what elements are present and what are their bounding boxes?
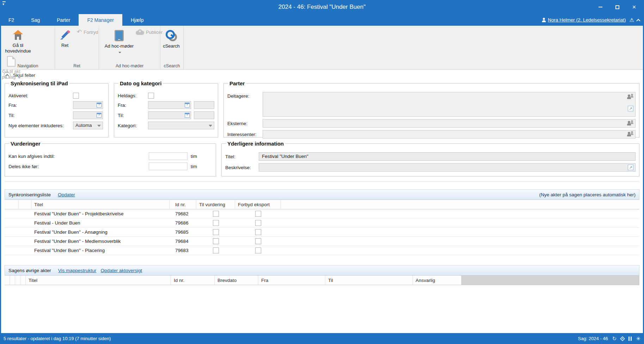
expand-icon[interactable]: ↗ (628, 165, 633, 170)
tag-icon[interactable] (620, 336, 625, 341)
table-row[interactable]: Festival "Under Buen" - Placering79683 (5, 246, 639, 255)
dato-fra-time-input[interactable] (194, 101, 214, 109)
publish-button: Publicér (136, 29, 162, 35)
kategori-select[interactable] (148, 122, 214, 129)
deles-ikke-foer-label: Deles ikke før: (8, 164, 149, 169)
row-idnr: 79682 (170, 209, 196, 218)
aktiveret-checkbox[interactable] (73, 93, 79, 99)
minimize-button[interactable] (593, 1, 607, 13)
column-header-idnr[interactable]: Id nr. (170, 200, 196, 209)
icon-column-header (5, 200, 19, 209)
titel-label: Titel: (225, 154, 259, 159)
calendar-icon[interactable]: 7 (97, 113, 102, 118)
other-acts-table-body (5, 285, 639, 331)
column-header-brevdato[interactable]: Brevdato (215, 276, 258, 285)
table-row[interactable]: Festival "Under Buen" - Ansøgning79685 (5, 228, 639, 237)
heldags-checkbox[interactable] (148, 93, 154, 99)
til-vurdering-checkbox[interactable] (213, 220, 219, 226)
column-header-idnr[interactable]: Id nr. (171, 276, 215, 285)
edit-button[interactable]: Ret (56, 28, 74, 48)
tab-f2-manager[interactable]: F2 Manager (79, 14, 122, 26)
icon-column-header (20, 276, 26, 285)
maximize-button[interactable] (610, 1, 624, 13)
column-header-titel[interactable]: Titel (31, 200, 170, 209)
forbyd-eksport-checkbox[interactable] (255, 229, 261, 235)
calendar-icon[interactable]: 7 (185, 103, 190, 108)
dato-fra-date-input[interactable]: 7 (148, 101, 191, 109)
beskrivelse-field[interactable]: ↗ (259, 163, 636, 172)
til-vurdering-checkbox[interactable] (213, 247, 219, 253)
sync-fra-date-input[interactable]: 7 (73, 101, 103, 109)
row-titel: Festival "Under Buen" - Placering (31, 246, 170, 255)
column-header-titel[interactable]: Titel (26, 276, 171, 285)
til-vurdering-checkbox[interactable] (213, 238, 219, 244)
calendar-icon[interactable]: 7 (97, 103, 102, 108)
home-icon (12, 30, 24, 41)
row-idnr: 79684 (170, 237, 196, 246)
section-legend: Synkronisering til iPad (9, 80, 69, 86)
sync-til-date-input[interactable]: 7 (73, 111, 103, 119)
column-header-forbyd-eksport[interactable]: Forbyd eksport (235, 200, 281, 209)
til-vurdering-checkbox[interactable] (213, 211, 219, 217)
opdater-aktoversigt-link[interactable]: Opdater aktoversigt (100, 268, 142, 273)
ribbon-tab-row: F2 Sag Parter F2 Manager Hjælp Nora Helm… (0, 14, 644, 26)
deles-ikke-foer-input[interactable] (149, 162, 188, 170)
column-header-fra[interactable]: Fra (258, 276, 325, 285)
people-icon[interactable] (627, 94, 633, 99)
column-header-til-vurdering[interactable]: Til vurdering (196, 200, 235, 209)
deltagere-field[interactable]: ↗ (263, 92, 636, 117)
ad-hoc-meetings-button[interactable]: Ad hoc-møder (103, 28, 135, 55)
go-to-main-window-button[interactable]: Gå til hovedvindue (2, 28, 33, 54)
row-titel: Festival "Under Buen" - Projektbeskrivel… (31, 209, 170, 218)
table-row[interactable]: Festival "Under Buen" - Projektbeskrivel… (5, 209, 639, 219)
table-row[interactable]: Festival - Under Buen79686 (5, 219, 639, 228)
collapse-ribbon-icon[interactable] (636, 19, 640, 23)
vis-mappestruktur-link[interactable]: Vis mappestruktur (58, 268, 97, 273)
tab-parter[interactable]: Parter (48, 14, 79, 26)
dato-til-date-input[interactable]: 7 (148, 111, 191, 119)
eksterne-label: Eksterne: (227, 121, 263, 126)
table-row[interactable]: Festival "Under Buen" - Medlemsoverblik7… (5, 237, 639, 246)
person-icon (542, 18, 546, 23)
other-acts-table-header: Titel Id nr. Brevdato Fra Til Ansvarlig (5, 276, 639, 285)
opdater-link[interactable]: Opdater (58, 192, 75, 197)
expand-icon[interactable]: ↗ (628, 106, 633, 111)
tab-sag[interactable]: Sag (23, 14, 48, 26)
pause-icon[interactable] (628, 337, 632, 341)
nye-elementer-select[interactable]: Automa (73, 122, 103, 129)
til-vurdering-checkbox[interactable] (213, 229, 219, 235)
column-header-ansvarlig[interactable]: Ansvarlig (413, 276, 461, 285)
titel-input[interactable]: Festival "Under Buen" (259, 152, 636, 161)
nye-elementer-label: Nye elementer inkluderes: (8, 123, 73, 128)
csearch-icon (166, 30, 177, 41)
csearch-button[interactable]: cSearch (160, 28, 182, 49)
warning-icon[interactable]: ⚠ (630, 17, 634, 23)
forbyd-eksport-checkbox[interactable] (255, 211, 261, 217)
aktiveret-label: Aktiveret: (8, 93, 73, 98)
window-title: 2024 - 46: Festival "Under Buen" (0, 4, 644, 11)
people-icon[interactable] (627, 132, 633, 137)
dropdown-arrow-icon (97, 125, 101, 127)
connection-icon[interactable]: ✳ (636, 336, 640, 341)
forbyd-eksport-checkbox[interactable] (255, 220, 261, 226)
row-idnr: 79685 (170, 228, 196, 236)
current-user-link[interactable]: Nora Helmer (2. Ledelsessekretariat) (542, 17, 626, 23)
calendar-icon[interactable]: 7 (185, 113, 190, 118)
section-legend: Yderligere information (226, 141, 285, 147)
tab-f2[interactable]: F2 (0, 14, 23, 26)
forbyd-eksport-checkbox[interactable] (255, 238, 261, 244)
interessenter-field[interactable] (263, 130, 636, 139)
people-icon[interactable] (627, 121, 633, 126)
eksterne-field[interactable] (263, 119, 636, 128)
tab-hjaelp[interactable]: Hjælp (122, 14, 152, 26)
forbyd-eksport-checkbox[interactable] (255, 247, 261, 253)
parties-section: Parter Deltagere: ↗ Eksterne: Interessen… (223, 80, 639, 137)
kan-kun-afgives-input[interactable] (149, 152, 188, 160)
form-area: Synkronisering til iPad Aktiveret: Fra: … (1, 80, 643, 177)
close-button[interactable]: × (627, 1, 641, 13)
column-header-til[interactable]: Til (325, 276, 413, 285)
hide-fields-toggle[interactable]: Skjul felter (1, 70, 643, 80)
interessenter-label: Interessenter: (227, 132, 263, 137)
refresh-icon[interactable]: ↻ (612, 336, 617, 341)
dato-til-time-input[interactable] (194, 111, 214, 119)
